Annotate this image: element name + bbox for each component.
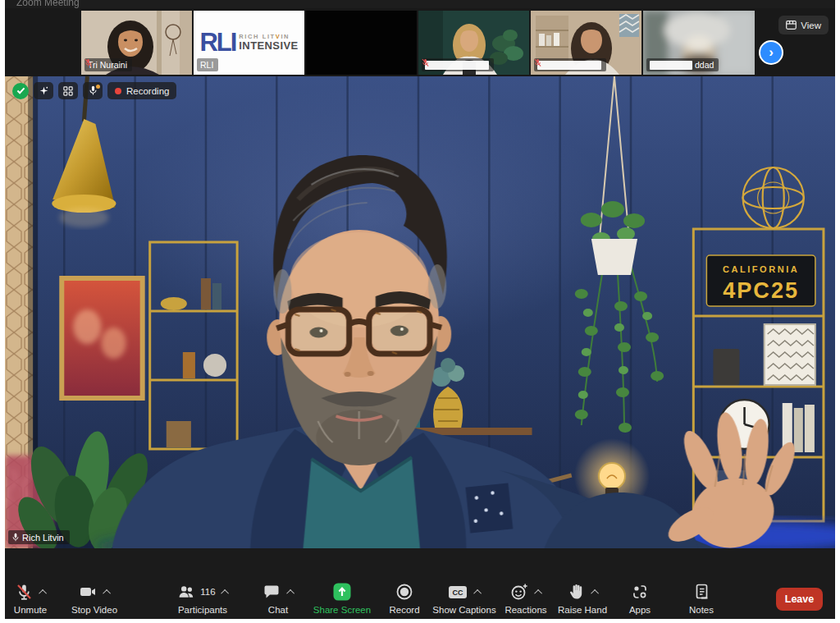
security-shield-icon[interactable] (12, 83, 29, 99)
participant-thumbnail-logo[interactable]: RLI RICH LITVIN INTENSIVE RLI (194, 11, 304, 75)
video-overlay-controls: Recording (12, 82, 176, 99)
video-camera-icon (78, 582, 98, 602)
view-button[interactable]: View (778, 16, 829, 34)
participant-nametag (422, 58, 494, 71)
leave-button[interactable]: Leave (776, 588, 823, 611)
raise-hand-icon (566, 582, 586, 602)
next-page-button[interactable]: › (759, 40, 783, 65)
participant-thumbnail-camera-off[interactable] (306, 11, 417, 75)
recording-indicator[interactable]: Recording (107, 82, 176, 99)
share-screen-icon (333, 583, 351, 601)
captions-options-caret[interactable] (473, 589, 482, 597)
chat-options-caret[interactable] (286, 589, 294, 597)
ai-companion-button[interactable] (34, 82, 53, 99)
redacted-name (650, 61, 692, 70)
ai-sparkle-icon (39, 85, 49, 96)
participants-count: 116 (200, 587, 215, 597)
participant-name-partial: ddad (695, 60, 714, 70)
muted-mic-icon (534, 58, 541, 67)
muted-mic-icon (84, 58, 92, 67)
mic-status-button[interactable] (83, 82, 103, 99)
window-titlebar: Zoom Meeting (5, 0, 835, 8)
participant-thumbnail[interactable]: ddad (643, 11, 755, 75)
unmute-options-caret[interactable] (39, 589, 47, 597)
raise-hand-options-caret[interactable] (591, 589, 599, 597)
redacted-name (425, 61, 489, 70)
speaker-nametag: Rich Litvin (8, 530, 70, 544)
chat-bubble-icon (262, 582, 281, 602)
speaker-name: Rich Litvin (22, 533, 64, 543)
notes-notebook-icon (692, 582, 711, 602)
svg-text:CALIFORNIA: CALIFORNIA (723, 264, 799, 274)
participant-name: RLI (200, 60, 213, 70)
svg-text:4PC25: 4PC25 (723, 278, 799, 303)
stop-video-button[interactable]: Stop Video (53, 581, 135, 615)
svg-text:CC: CC (453, 589, 463, 597)
view-button-label: View (801, 21, 821, 30)
grid-icon (63, 86, 73, 96)
mic-level-dot (96, 85, 100, 89)
apps-icon (630, 582, 650, 602)
notes-button[interactable]: Notes (660, 581, 742, 615)
participant-nametag: RLI (197, 58, 218, 71)
participant-thumbnail[interactable] (531, 11, 641, 75)
gallery-filmstrip: Tri Nuraini RLI RICH LITVIN INTENSIVE RL… (5, 8, 835, 76)
zoom-app-window: Zoom Meeting (0, 0, 840, 623)
active-speaker-video[interactable]: CALIFORNIA 4PC25 (5, 76, 835, 548)
reactions-smiley-icon (509, 582, 529, 602)
recording-dot-icon (115, 88, 121, 94)
participants-options-caret[interactable] (221, 589, 229, 597)
license-plate: CALIFORNIA 4PC25 (706, 255, 815, 306)
participants-button[interactable]: 116 Participants (158, 581, 248, 615)
rli-brand-line2: INTENSIVE (239, 40, 298, 52)
meeting-window: Zoom Meeting (5, 0, 835, 619)
window-title: Zoom Meeting (16, 0, 80, 8)
participant-thumbnail[interactable]: Tri Nuraini (81, 11, 192, 75)
meeting-toolbar: Unmute Stop Video (5, 548, 835, 619)
chevron-right-icon: › (769, 44, 774, 61)
speaker-video-scene: CALIFORNIA 4PC25 (5, 76, 835, 548)
record-circle-icon (395, 582, 414, 602)
gallery-view-icon (786, 21, 797, 30)
rli-initials: RLI (199, 28, 235, 57)
participant-nametag: ddad (646, 58, 719, 71)
mic-icon (12, 533, 19, 542)
mic-muted-icon (14, 582, 34, 602)
participant-name: Tri Nuraini (88, 60, 127, 70)
participant-thumbnail[interactable] (418, 11, 529, 75)
closed-captions-icon: CC (447, 582, 468, 602)
participant-nametag: Tri Nuraini (84, 58, 132, 71)
recording-label: Recording (126, 86, 169, 96)
participant-nametag (534, 58, 606, 71)
gallery-grid-button[interactable] (58, 82, 78, 99)
redacted-name (537, 61, 601, 70)
participants-icon (176, 582, 196, 602)
muted-mic-icon (422, 58, 429, 67)
video-options-caret[interactable] (103, 589, 111, 597)
